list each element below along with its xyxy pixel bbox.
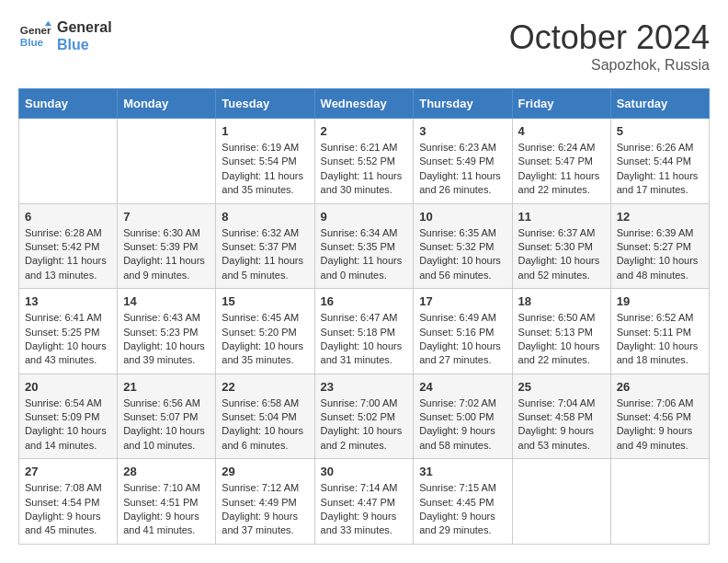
day-cell: 30Sunrise: 7:14 AMSunset: 4:47 PMDayligh…	[314, 459, 414, 545]
day-info: Sunrise: 7:06 AMSunset: 4:56 PMDaylight:…	[617, 396, 703, 454]
day-cell: 4Sunrise: 6:24 AMSunset: 5:47 PMDaylight…	[512, 119, 610, 204]
day-info: Sunrise: 7:04 AMSunset: 4:58 PMDaylight:…	[518, 396, 605, 454]
day-number: 12	[617, 210, 703, 224]
page-header: General Blue General Blue October 2024 S…	[18, 18, 710, 74]
location-title: Sapozhok, Russia	[509, 57, 710, 74]
day-cell: 1Sunrise: 6:19 AMSunset: 5:54 PMDaylight…	[216, 119, 314, 204]
day-cell: 2Sunrise: 6:21 AMSunset: 5:52 PMDaylight…	[314, 119, 414, 204]
day-info: Sunrise: 6:52 AMSunset: 5:11 PMDaylight:…	[617, 311, 703, 368]
day-number: 2	[321, 124, 408, 138]
day-info: Sunrise: 7:00 AMSunset: 5:02 PMDaylight:…	[321, 396, 408, 454]
day-info: Sunrise: 6:39 AMSunset: 5:27 PMDaylight:…	[617, 226, 703, 283]
day-number: 4	[518, 124, 605, 138]
day-info: Sunrise: 6:32 AMSunset: 5:37 PMDaylight:…	[222, 226, 308, 283]
day-number: 7	[123, 210, 210, 224]
day-cell	[118, 119, 216, 204]
day-cell: 9Sunrise: 6:34 AMSunset: 5:35 PMDaylight…	[314, 203, 414, 289]
day-info: Sunrise: 7:12 AMSunset: 4:49 PMDaylight:…	[222, 481, 308, 538]
day-info: Sunrise: 7:10 AMSunset: 4:51 PMDaylight:…	[123, 481, 210, 538]
week-row-3: 13Sunrise: 6:41 AMSunset: 5:25 PMDayligh…	[19, 289, 710, 374]
day-info: Sunrise: 7:02 AMSunset: 5:00 PMDaylight:…	[419, 396, 506, 454]
day-cell: 16Sunrise: 6:47 AMSunset: 5:18 PMDayligh…	[314, 289, 414, 374]
day-number: 13	[25, 294, 111, 308]
day-number: 20	[25, 380, 111, 394]
col-header-saturday: Saturday	[610, 89, 709, 119]
day-info: Sunrise: 6:41 AMSunset: 5:25 PMDaylight:…	[25, 311, 111, 368]
col-header-monday: Monday	[118, 89, 216, 119]
day-number: 26	[617, 380, 703, 394]
day-number: 28	[123, 465, 210, 478]
day-number: 10	[419, 210, 506, 224]
day-cell: 17Sunrise: 6:49 AMSunset: 5:16 PMDayligh…	[414, 289, 512, 374]
day-info: Sunrise: 6:30 AMSunset: 5:39 PMDaylight:…	[123, 226, 210, 283]
week-row-2: 6Sunrise: 6:28 AMSunset: 5:42 PMDaylight…	[19, 203, 710, 289]
day-cell: 25Sunrise: 7:04 AMSunset: 4:58 PMDayligh…	[512, 373, 610, 459]
col-header-thursday: Thursday	[414, 89, 512, 119]
day-cell: 3Sunrise: 6:23 AMSunset: 5:49 PMDaylight…	[414, 119, 512, 204]
day-number: 30	[321, 465, 408, 478]
day-info: Sunrise: 6:28 AMSunset: 5:42 PMDaylight:…	[25, 226, 111, 283]
logo-text: General Blue	[57, 18, 112, 53]
day-number: 14	[123, 294, 210, 308]
day-number: 15	[222, 294, 308, 308]
day-cell	[512, 459, 610, 545]
day-number: 18	[518, 294, 605, 308]
day-cell: 23Sunrise: 7:00 AMSunset: 5:02 PMDayligh…	[314, 373, 414, 459]
day-number: 8	[222, 210, 308, 224]
day-cell: 31Sunrise: 7:15 AMSunset: 4:45 PMDayligh…	[414, 459, 512, 545]
logo-icon: General Blue	[18, 19, 51, 52]
day-number: 23	[321, 380, 408, 394]
day-cell: 6Sunrise: 6:28 AMSunset: 5:42 PMDaylight…	[19, 203, 118, 289]
day-number: 22	[222, 380, 308, 394]
day-info: Sunrise: 7:14 AMSunset: 4:47 PMDaylight:…	[321, 481, 408, 538]
day-number: 5	[617, 124, 703, 138]
week-row-1: 1Sunrise: 6:19 AMSunset: 5:54 PMDaylight…	[19, 119, 710, 204]
day-cell: 29Sunrise: 7:12 AMSunset: 4:49 PMDayligh…	[216, 459, 314, 545]
day-info: Sunrise: 7:08 AMSunset: 4:54 PMDaylight:…	[25, 481, 111, 538]
day-info: Sunrise: 6:37 AMSunset: 5:30 PMDaylight:…	[518, 226, 605, 283]
day-info: Sunrise: 6:50 AMSunset: 5:13 PMDaylight:…	[518, 311, 605, 368]
day-cell: 19Sunrise: 6:52 AMSunset: 5:11 PMDayligh…	[610, 289, 709, 374]
col-header-wednesday: Wednesday	[314, 89, 414, 119]
day-info: Sunrise: 6:47 AMSunset: 5:18 PMDaylight:…	[321, 311, 408, 368]
day-cell: 22Sunrise: 6:58 AMSunset: 5:04 PMDayligh…	[216, 373, 314, 459]
day-info: Sunrise: 6:34 AMSunset: 5:35 PMDaylight:…	[321, 226, 408, 283]
day-cell: 11Sunrise: 6:37 AMSunset: 5:30 PMDayligh…	[512, 203, 610, 289]
day-cell: 7Sunrise: 6:30 AMSunset: 5:39 PMDaylight…	[118, 203, 216, 289]
svg-text:Blue: Blue	[20, 36, 44, 48]
day-info: Sunrise: 6:21 AMSunset: 5:52 PMDaylight:…	[321, 141, 408, 198]
day-info: Sunrise: 6:43 AMSunset: 5:23 PMDaylight:…	[123, 311, 210, 368]
week-row-4: 20Sunrise: 6:54 AMSunset: 5:09 PMDayligh…	[19, 373, 710, 459]
day-info: Sunrise: 7:15 AMSunset: 4:45 PMDaylight:…	[419, 481, 506, 538]
col-header-sunday: Sunday	[19, 89, 118, 119]
day-cell: 13Sunrise: 6:41 AMSunset: 5:25 PMDayligh…	[19, 289, 118, 374]
col-header-tuesday: Tuesday	[216, 89, 314, 119]
header-row: SundayMondayTuesdayWednesdayThursdayFrid…	[19, 89, 710, 119]
day-cell: 15Sunrise: 6:45 AMSunset: 5:20 PMDayligh…	[216, 289, 314, 374]
day-number: 6	[25, 210, 111, 224]
day-info: Sunrise: 6:54 AMSunset: 5:09 PMDaylight:…	[25, 396, 111, 454]
day-cell: 28Sunrise: 7:10 AMSunset: 4:51 PMDayligh…	[118, 459, 216, 545]
week-row-5: 27Sunrise: 7:08 AMSunset: 4:54 PMDayligh…	[19, 459, 710, 545]
day-cell: 12Sunrise: 6:39 AMSunset: 5:27 PMDayligh…	[610, 203, 709, 289]
calendar-table: SundayMondayTuesdayWednesdayThursdayFrid…	[18, 88, 710, 545]
col-header-friday: Friday	[512, 89, 610, 119]
day-info: Sunrise: 6:26 AMSunset: 5:44 PMDaylight:…	[617, 141, 703, 198]
day-number: 27	[25, 465, 111, 478]
day-info: Sunrise: 6:24 AMSunset: 5:47 PMDaylight:…	[518, 141, 605, 198]
month-title: October 2024	[509, 18, 710, 57]
day-number: 17	[419, 294, 506, 308]
day-cell	[19, 119, 118, 204]
day-info: Sunrise: 6:58 AMSunset: 5:04 PMDaylight:…	[222, 396, 308, 454]
day-info: Sunrise: 6:49 AMSunset: 5:16 PMDaylight:…	[419, 311, 506, 368]
day-cell: 18Sunrise: 6:50 AMSunset: 5:13 PMDayligh…	[512, 289, 610, 374]
day-cell: 21Sunrise: 6:56 AMSunset: 5:07 PMDayligh…	[118, 373, 216, 459]
day-info: Sunrise: 6:23 AMSunset: 5:49 PMDaylight:…	[419, 141, 506, 198]
day-cell: 14Sunrise: 6:43 AMSunset: 5:23 PMDayligh…	[118, 289, 216, 374]
day-info: Sunrise: 6:35 AMSunset: 5:32 PMDaylight:…	[419, 226, 506, 283]
title-block: October 2024 Sapozhok, Russia	[509, 18, 710, 74]
day-number: 19	[617, 294, 703, 308]
day-number: 21	[123, 380, 210, 394]
day-cell: 27Sunrise: 7:08 AMSunset: 4:54 PMDayligh…	[19, 459, 118, 545]
day-number: 1	[222, 124, 308, 138]
